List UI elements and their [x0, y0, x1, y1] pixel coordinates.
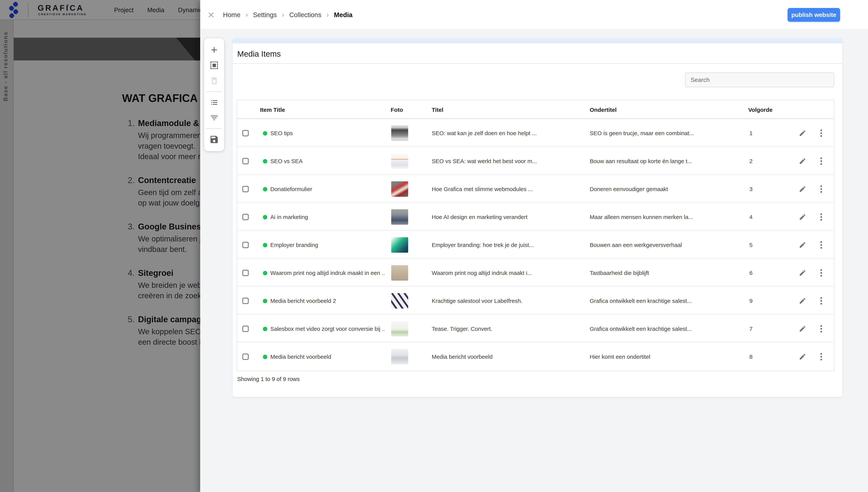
edit-button[interactable]	[796, 322, 809, 336]
item-title-cell: Donatieformulier	[270, 175, 385, 203]
pencil-icon	[799, 353, 806, 361]
add-icon[interactable]	[206, 42, 222, 57]
service-text-line: creëren in de zoekr	[128, 291, 200, 301]
service-title: Sitegroei	[138, 268, 173, 278]
service-text-line: vragen toevoegt.	[128, 141, 200, 151]
row-checkbox[interactable]	[242, 214, 249, 220]
row-checkbox[interactable]	[242, 326, 249, 332]
row-menu-button[interactable]	[814, 126, 828, 140]
table-header: Item Title Foto Titel Ondertitel Volgord…	[237, 100, 834, 119]
kebab-icon	[820, 241, 822, 248]
table-row: Ai in marketingHoe AI design en marketin…	[237, 203, 834, 231]
table-row: Media bericht voorbeeld 2Krachtige sales…	[237, 287, 834, 315]
search-input[interactable]	[685, 72, 834, 87]
row-menu-button[interactable]	[814, 210, 828, 224]
service-item: 4.SitegroeiWe breiden je webscreëren in …	[128, 268, 200, 301]
row-checkbox[interactable]	[242, 298, 249, 304]
breadcrumb-link[interactable]: Settings	[253, 11, 277, 19]
breadcrumb-link[interactable]: Home	[223, 11, 241, 19]
row-checkbox[interactable]	[242, 130, 249, 136]
titel-cell: Krachtige salestool voor Labelfresh.	[432, 287, 585, 315]
volgorde-cell: 4	[749, 203, 772, 231]
media-items-table: Item Title Foto Titel Ondertitel Volgord…	[237, 100, 834, 371]
kebab-icon	[820, 213, 822, 221]
kebab-icon	[820, 297, 822, 304]
edit-button[interactable]	[796, 182, 809, 196]
item-title-cell: Employer branding	[270, 231, 385, 259]
pencil-icon	[799, 325, 806, 333]
service-title-row: 1.Mediamodule & FA	[128, 119, 200, 128]
edit-button[interactable]	[796, 266, 809, 280]
service-text-line: We optimaliseren je	[128, 233, 200, 244]
row-checkbox[interactable]	[242, 353, 249, 360]
service-item: 3.Google Business &We optimaliseren jevi…	[128, 222, 200, 255]
table-row: Waarom print nog altijd indruk maakt in …	[237, 259, 834, 287]
pencil-icon	[799, 157, 806, 165]
chevron-right-icon: ›	[282, 11, 284, 19]
site-nav-item: Media	[147, 6, 165, 14]
ondertitel-cell: Doneren eenvoudiger gemaakt	[590, 175, 741, 203]
status-dot	[263, 271, 267, 275]
list-icon[interactable]	[206, 95, 222, 110]
service-text-line: op wat jouw doelgro	[128, 198, 200, 208]
service-title-row: 2.Contentcreatie	[128, 176, 200, 185]
page-title: Media Items	[233, 43, 842, 64]
titel-cell: Employer branding: hoe trek je de juist.…	[432, 231, 585, 259]
trash-icon[interactable]	[206, 73, 222, 89]
status-dot	[263, 243, 267, 247]
row-menu-button[interactable]	[814, 322, 828, 336]
person-photo	[391, 209, 408, 225]
status-dot	[263, 215, 267, 219]
kebab-icon	[820, 129, 822, 137]
row-checkbox[interactable]	[242, 242, 249, 248]
site-preview: Base - all resolutions GRAFICA x CREATIE…	[0, 0, 200, 492]
row-checkbox[interactable]	[242, 158, 249, 164]
site-header: GRAFICA x CREATIEVE MARKETING ProjectMed…	[0, 0, 200, 20]
service-title: Contentcreatie	[138, 176, 196, 185]
edit-button[interactable]	[796, 126, 809, 140]
site-nav-item: Project	[114, 6, 134, 14]
row-menu-button[interactable]	[814, 182, 828, 196]
edit-button[interactable]	[796, 210, 809, 224]
service-number: 4.	[128, 268, 135, 278]
save-icon[interactable]	[206, 132, 222, 147]
phones-photo	[391, 237, 408, 253]
titel-cell: SEO vs SEA: wat werkt het best voor m...	[432, 147, 585, 175]
volgorde-cell: 2	[749, 147, 772, 175]
edit-button[interactable]	[796, 294, 809, 308]
service-title-row: 4.Sitegroei	[128, 268, 200, 278]
row-menu-button[interactable]	[814, 266, 828, 280]
publish-website-button[interactable]: publish website	[788, 8, 840, 22]
paper-texture-photo	[391, 265, 408, 280]
ondertitel-cell: Tastbaarheid die bijblijft	[590, 259, 741, 287]
col-item-title: Item Title	[260, 100, 285, 119]
row-menu-button[interactable]	[814, 350, 828, 364]
breadcrumb-link[interactable]: Collections	[289, 11, 321, 19]
service-text-line: vindbaar bent.	[128, 244, 200, 255]
service-title-row: 3.Google Business &	[128, 222, 200, 231]
row-checkbox[interactable]	[242, 270, 249, 276]
service-item: 2.ContentcreatieGeen tijd om zelf aaop w…	[128, 176, 200, 208]
salesbox-photo	[391, 321, 408, 337]
close-icon[interactable]	[202, 6, 220, 23]
select-all-icon[interactable]	[206, 57, 222, 73]
service-number: 1.	[128, 119, 135, 128]
volgorde-cell: 7	[749, 315, 772, 343]
row-menu-button[interactable]	[814, 294, 828, 308]
edit-button[interactable]	[796, 350, 809, 364]
col-foto: Foto	[391, 100, 403, 119]
table-footer: Showing 1 to 9 of 9 rows	[237, 376, 300, 382]
row-menu-button[interactable]	[814, 154, 828, 168]
table-row: Employer brandingEmployer branding: hoe …	[237, 231, 834, 259]
row-checkbox[interactable]	[242, 186, 249, 192]
edit-button[interactable]	[796, 154, 809, 168]
item-title-cell: Media bericht voorbeeld 2	[270, 287, 385, 315]
ondertitel-cell: SEO is geen trucje, maar een combinat...	[590, 119, 741, 147]
titel-cell: Hoe AI design en marketing verandert	[432, 203, 585, 231]
site-nav-item: Dynamic Cor	[178, 6, 200, 14]
ondertitel-cell: Grafica ontwikkelt een krachtige salest.…	[590, 315, 741, 343]
edit-button[interactable]	[796, 238, 809, 252]
row-menu-button[interactable]	[814, 238, 828, 252]
col-volgorde: Volgorde	[748, 100, 773, 119]
filter-icon[interactable]	[206, 110, 222, 125]
